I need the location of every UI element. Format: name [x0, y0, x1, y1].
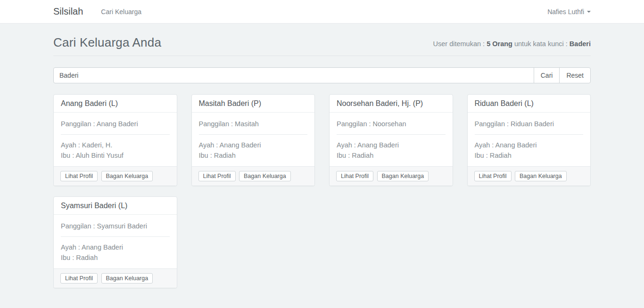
person-name: Noorsehan Baderi, Hj. (P): [330, 95, 453, 113]
caret-down-icon: [587, 11, 591, 13]
ayah-text: Ayah : Kaderi, H.: [61, 140, 170, 150]
bagan-keluarga-button[interactable]: Bagan Keluarga: [101, 273, 153, 284]
person-card: Syamsuri Baderi (L) Panggilan : Syamsuri…: [53, 196, 177, 288]
ibu-text: Ibu : Aluh Binti Yusuf: [61, 150, 170, 161]
result-keyword: Baderi: [570, 40, 591, 48]
ibu-text: Ibu : Radiah: [199, 150, 308, 161]
result-middle: untuk kata kunci :: [512, 40, 570, 48]
person-cards-grid: Anang Baderi (L) Panggilan : Anang Bader…: [53, 94, 591, 288]
person-card: Masitah Baderi (P) Panggilan : Masitah A…: [191, 94, 315, 186]
ayah-text: Ayah : Anang Baderi: [475, 140, 584, 150]
person-name: Syamsuri Baderi (L): [54, 197, 177, 215]
lihat-profil-button[interactable]: Lihat Profil: [198, 171, 236, 181]
card-footer: Lihat Profil Bagan Keluarga: [192, 166, 315, 186]
panggilan-text: Panggilan : Masitah: [199, 119, 308, 129]
cari-button[interactable]: Cari: [534, 67, 560, 83]
person-name: Riduan Baderi (L): [468, 95, 591, 113]
user-name: Nafies Luthfi: [547, 8, 584, 16]
page-title: Cari Keluarga Anda: [53, 35, 161, 50]
card-footer: Lihat Profil Bagan Keluarga: [468, 166, 591, 186]
body-divider: [61, 134, 170, 135]
lihat-profil-button[interactable]: Lihat Profil: [60, 273, 98, 284]
body-divider: [475, 134, 584, 135]
result-summary: User ditemukan : 5 Orang untuk kata kunc…: [433, 40, 591, 50]
search-group: Cari Reset: [53, 67, 591, 83]
panggilan-text: Panggilan : Anang Baderi: [61, 119, 170, 129]
card-footer: Lihat Profil Bagan Keluarga: [330, 166, 453, 186]
search-input[interactable]: [53, 67, 534, 83]
page-header: Cari Keluarga Anda User ditemukan : 5 Or…: [53, 24, 591, 56]
panggilan-text: Panggilan : Syamsuri Baderi: [61, 221, 170, 231]
page-main: Cari Keluarga Anda User ditemukan : 5 Or…: [0, 24, 644, 288]
reset-button[interactable]: Reset: [559, 67, 591, 83]
person-details: Panggilan : Masitah Ayah : Anang Baderi …: [192, 113, 315, 166]
card-footer: Lihat Profil Bagan Keluarga: [54, 268, 177, 288]
body-divider: [337, 134, 446, 135]
lihat-profil-button[interactable]: Lihat Profil: [474, 171, 512, 181]
person-card: Anang Baderi (L) Panggilan : Anang Bader…: [53, 94, 177, 186]
person-name: Anang Baderi (L): [54, 95, 177, 113]
lihat-profil-button[interactable]: Lihat Profil: [60, 171, 98, 181]
person-card: Riduan Baderi (L) Panggilan : Riduan Bad…: [467, 94, 591, 186]
bagan-keluarga-button[interactable]: Bagan Keluarga: [101, 171, 153, 181]
person-card: Noorsehan Baderi, Hj. (P) Panggilan : No…: [329, 94, 453, 186]
user-dropdown[interactable]: Nafies Luthfi: [547, 8, 591, 16]
body-divider: [61, 236, 170, 237]
ayah-text: Ayah : Anang Baderi: [61, 242, 170, 252]
result-count: 5 Orang: [487, 40, 512, 48]
card-footer: Lihat Profil Bagan Keluarga: [54, 166, 177, 186]
bagan-keluarga-button[interactable]: Bagan Keluarga: [515, 171, 567, 181]
person-name: Masitah Baderi (P): [192, 95, 315, 113]
top-navbar: Silsilah Cari Keluarga Nafies Luthfi: [0, 0, 644, 24]
nav-item-cari-keluarga[interactable]: Cari Keluarga: [101, 8, 141, 16]
body-divider: [199, 134, 308, 135]
ayah-text: Ayah : Anang Baderi: [337, 140, 446, 150]
person-details: Panggilan : Riduan Baderi Ayah : Anang B…: [468, 113, 591, 166]
ayah-text: Ayah : Anang Baderi: [199, 140, 308, 150]
bagan-keluarga-button[interactable]: Bagan Keluarga: [239, 171, 291, 181]
brand-link[interactable]: Silsilah: [53, 6, 83, 17]
ibu-text: Ibu : Radiah: [475, 150, 584, 161]
ibu-text: Ibu : Radiah: [61, 252, 170, 263]
result-prefix: User ditemukan :: [433, 40, 487, 48]
lihat-profil-button[interactable]: Lihat Profil: [336, 171, 373, 181]
panggilan-text: Panggilan : Riduan Baderi: [475, 119, 584, 129]
bagan-keluarga-button[interactable]: Bagan Keluarga: [377, 171, 429, 181]
ibu-text: Ibu : Radiah: [337, 150, 446, 161]
person-details: Panggilan : Anang Baderi Ayah : Kaderi, …: [54, 113, 177, 166]
person-details: Panggilan : Syamsuri Baderi Ayah : Anang…: [54, 215, 177, 268]
person-details: Panggilan : Noorsehan Ayah : Anang Bader…: [330, 113, 453, 166]
panggilan-text: Panggilan : Noorsehan: [337, 119, 446, 129]
